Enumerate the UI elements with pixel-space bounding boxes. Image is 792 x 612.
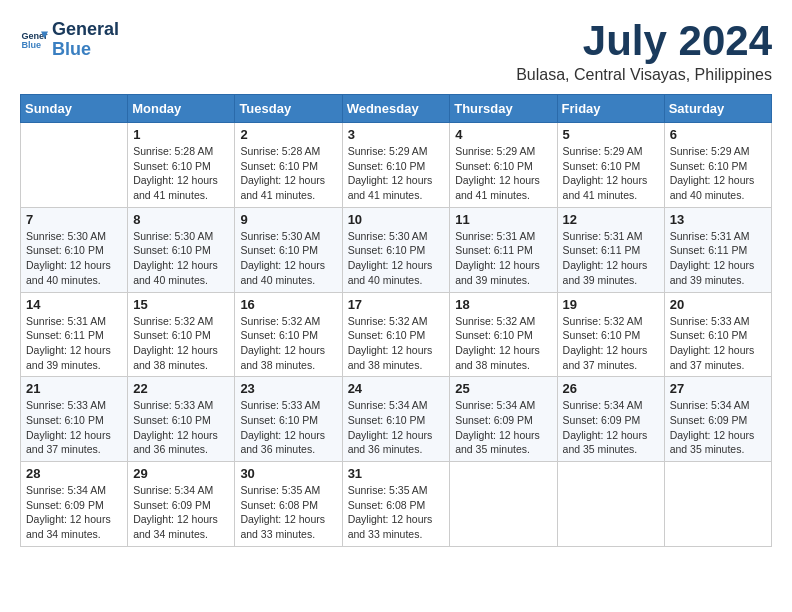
weekday-header-wednesday: Wednesday: [342, 95, 450, 123]
day-number: 20: [670, 297, 766, 312]
day-number: 22: [133, 381, 229, 396]
day-number: 23: [240, 381, 336, 396]
calendar-cell: 6Sunrise: 5:29 AM Sunset: 6:10 PM Daylig…: [664, 123, 771, 208]
day-info: Sunrise: 5:30 AM Sunset: 6:10 PM Dayligh…: [240, 229, 336, 288]
calendar-cell: 15Sunrise: 5:32 AM Sunset: 6:10 PM Dayli…: [128, 292, 235, 377]
day-info: Sunrise: 5:31 AM Sunset: 6:11 PM Dayligh…: [26, 314, 122, 373]
day-info: Sunrise: 5:35 AM Sunset: 6:08 PM Dayligh…: [348, 483, 445, 542]
calendar-cell: 12Sunrise: 5:31 AM Sunset: 6:11 PM Dayli…: [557, 207, 664, 292]
logo: General Blue General Blue: [20, 20, 119, 60]
day-number: 24: [348, 381, 445, 396]
location-title: Bulasa, Central Visayas, Philippines: [516, 66, 772, 84]
day-number: 5: [563, 127, 659, 142]
calendar-cell: 16Sunrise: 5:32 AM Sunset: 6:10 PM Dayli…: [235, 292, 342, 377]
day-info: Sunrise: 5:32 AM Sunset: 6:10 PM Dayligh…: [133, 314, 229, 373]
day-info: Sunrise: 5:30 AM Sunset: 6:10 PM Dayligh…: [348, 229, 445, 288]
calendar-cell: 28Sunrise: 5:34 AM Sunset: 6:09 PM Dayli…: [21, 462, 128, 547]
day-info: Sunrise: 5:33 AM Sunset: 6:10 PM Dayligh…: [26, 398, 122, 457]
day-number: 9: [240, 212, 336, 227]
month-title: July 2024: [516, 20, 772, 62]
week-row-2: 7Sunrise: 5:30 AM Sunset: 6:10 PM Daylig…: [21, 207, 772, 292]
week-row-3: 14Sunrise: 5:31 AM Sunset: 6:11 PM Dayli…: [21, 292, 772, 377]
calendar-cell: 8Sunrise: 5:30 AM Sunset: 6:10 PM Daylig…: [128, 207, 235, 292]
calendar-cell: 26Sunrise: 5:34 AM Sunset: 6:09 PM Dayli…: [557, 377, 664, 462]
day-info: Sunrise: 5:32 AM Sunset: 6:10 PM Dayligh…: [455, 314, 551, 373]
calendar-cell: 5Sunrise: 5:29 AM Sunset: 6:10 PM Daylig…: [557, 123, 664, 208]
day-info: Sunrise: 5:33 AM Sunset: 6:10 PM Dayligh…: [133, 398, 229, 457]
calendar-cell: 10Sunrise: 5:30 AM Sunset: 6:10 PM Dayli…: [342, 207, 450, 292]
calendar-cell: 3Sunrise: 5:29 AM Sunset: 6:10 PM Daylig…: [342, 123, 450, 208]
calendar-cell: 2Sunrise: 5:28 AM Sunset: 6:10 PM Daylig…: [235, 123, 342, 208]
day-info: Sunrise: 5:30 AM Sunset: 6:10 PM Dayligh…: [26, 229, 122, 288]
day-info: Sunrise: 5:34 AM Sunset: 6:10 PM Dayligh…: [348, 398, 445, 457]
weekday-header-tuesday: Tuesday: [235, 95, 342, 123]
calendar-cell: [557, 462, 664, 547]
day-number: 27: [670, 381, 766, 396]
calendar-cell: 25Sunrise: 5:34 AM Sunset: 6:09 PM Dayli…: [450, 377, 557, 462]
logo-icon: General Blue: [20, 26, 48, 54]
calendar-cell: [664, 462, 771, 547]
calendar-table: SundayMondayTuesdayWednesdayThursdayFrid…: [20, 94, 772, 547]
day-number: 31: [348, 466, 445, 481]
day-number: 8: [133, 212, 229, 227]
day-number: 29: [133, 466, 229, 481]
calendar-cell: 27Sunrise: 5:34 AM Sunset: 6:09 PM Dayli…: [664, 377, 771, 462]
day-info: Sunrise: 5:28 AM Sunset: 6:10 PM Dayligh…: [133, 144, 229, 203]
calendar-cell: 18Sunrise: 5:32 AM Sunset: 6:10 PM Dayli…: [450, 292, 557, 377]
day-info: Sunrise: 5:31 AM Sunset: 6:11 PM Dayligh…: [455, 229, 551, 288]
weekday-header-saturday: Saturday: [664, 95, 771, 123]
calendar-cell: 13Sunrise: 5:31 AM Sunset: 6:11 PM Dayli…: [664, 207, 771, 292]
weekday-header-thursday: Thursday: [450, 95, 557, 123]
day-info: Sunrise: 5:35 AM Sunset: 6:08 PM Dayligh…: [240, 483, 336, 542]
day-info: Sunrise: 5:28 AM Sunset: 6:10 PM Dayligh…: [240, 144, 336, 203]
week-row-4: 21Sunrise: 5:33 AM Sunset: 6:10 PM Dayli…: [21, 377, 772, 462]
day-info: Sunrise: 5:34 AM Sunset: 6:09 PM Dayligh…: [455, 398, 551, 457]
title-area: July 2024 Bulasa, Central Visayas, Phili…: [516, 20, 772, 84]
day-number: 10: [348, 212, 445, 227]
calendar-cell: 24Sunrise: 5:34 AM Sunset: 6:10 PM Dayli…: [342, 377, 450, 462]
svg-text:Blue: Blue: [21, 40, 41, 50]
day-number: 30: [240, 466, 336, 481]
weekday-header-monday: Monday: [128, 95, 235, 123]
calendar-cell: 4Sunrise: 5:29 AM Sunset: 6:10 PM Daylig…: [450, 123, 557, 208]
calendar-cell: 20Sunrise: 5:33 AM Sunset: 6:10 PM Dayli…: [664, 292, 771, 377]
day-info: Sunrise: 5:33 AM Sunset: 6:10 PM Dayligh…: [240, 398, 336, 457]
calendar-cell: 29Sunrise: 5:34 AM Sunset: 6:09 PM Dayli…: [128, 462, 235, 547]
logo-text: General Blue: [52, 20, 119, 60]
header: General Blue General Blue July 2024 Bula…: [20, 20, 772, 84]
day-number: 6: [670, 127, 766, 142]
day-number: 19: [563, 297, 659, 312]
calendar-cell: 23Sunrise: 5:33 AM Sunset: 6:10 PM Dayli…: [235, 377, 342, 462]
day-number: 13: [670, 212, 766, 227]
day-number: 4: [455, 127, 551, 142]
day-number: 12: [563, 212, 659, 227]
day-number: 3: [348, 127, 445, 142]
day-info: Sunrise: 5:34 AM Sunset: 6:09 PM Dayligh…: [563, 398, 659, 457]
day-number: 18: [455, 297, 551, 312]
calendar-cell: [450, 462, 557, 547]
calendar-cell: 21Sunrise: 5:33 AM Sunset: 6:10 PM Dayli…: [21, 377, 128, 462]
calendar-cell: 30Sunrise: 5:35 AM Sunset: 6:08 PM Dayli…: [235, 462, 342, 547]
day-number: 26: [563, 381, 659, 396]
calendar-cell: 7Sunrise: 5:30 AM Sunset: 6:10 PM Daylig…: [21, 207, 128, 292]
calendar-cell: 9Sunrise: 5:30 AM Sunset: 6:10 PM Daylig…: [235, 207, 342, 292]
calendar-cell: 31Sunrise: 5:35 AM Sunset: 6:08 PM Dayli…: [342, 462, 450, 547]
day-number: 14: [26, 297, 122, 312]
weekday-header-friday: Friday: [557, 95, 664, 123]
day-info: Sunrise: 5:32 AM Sunset: 6:10 PM Dayligh…: [563, 314, 659, 373]
day-info: Sunrise: 5:32 AM Sunset: 6:10 PM Dayligh…: [348, 314, 445, 373]
week-row-5: 28Sunrise: 5:34 AM Sunset: 6:09 PM Dayli…: [21, 462, 772, 547]
day-info: Sunrise: 5:34 AM Sunset: 6:09 PM Dayligh…: [670, 398, 766, 457]
day-number: 11: [455, 212, 551, 227]
day-number: 25: [455, 381, 551, 396]
day-info: Sunrise: 5:29 AM Sunset: 6:10 PM Dayligh…: [670, 144, 766, 203]
week-row-1: 1Sunrise: 5:28 AM Sunset: 6:10 PM Daylig…: [21, 123, 772, 208]
day-info: Sunrise: 5:32 AM Sunset: 6:10 PM Dayligh…: [240, 314, 336, 373]
calendar-cell: 19Sunrise: 5:32 AM Sunset: 6:10 PM Dayli…: [557, 292, 664, 377]
calendar-cell: 17Sunrise: 5:32 AM Sunset: 6:10 PM Dayli…: [342, 292, 450, 377]
calendar-cell: 11Sunrise: 5:31 AM Sunset: 6:11 PM Dayli…: [450, 207, 557, 292]
day-number: 16: [240, 297, 336, 312]
calendar-cell: 22Sunrise: 5:33 AM Sunset: 6:10 PM Dayli…: [128, 377, 235, 462]
calendar-cell: 1Sunrise: 5:28 AM Sunset: 6:10 PM Daylig…: [128, 123, 235, 208]
day-info: Sunrise: 5:34 AM Sunset: 6:09 PM Dayligh…: [133, 483, 229, 542]
